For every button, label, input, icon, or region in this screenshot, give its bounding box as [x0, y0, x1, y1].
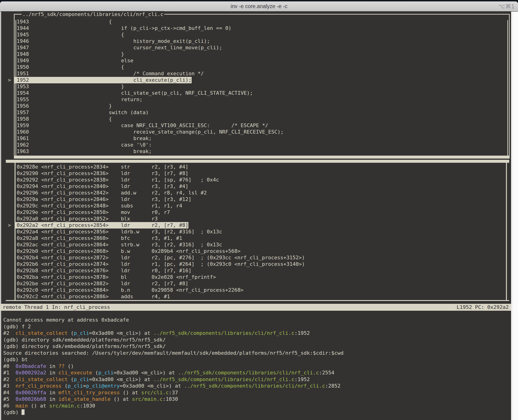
- source-line-number: 1961: [15, 135, 72, 142]
- source-line: 1954 cli_state_set(p_cli, NRF_CLI_STATE_…: [15, 90, 253, 96]
- gdb-prompt-line[interactable]: (gdb): [3, 409, 510, 416]
- console-text: (gdb) directory sdk/embedded/platforms/n…: [3, 337, 166, 343]
- source-line-code: /* Command execution */: [72, 70, 204, 77]
- source-line: 1956 }: [15, 103, 112, 109]
- console-text: cli_state_collect: [15, 376, 67, 382]
- console-text: =0x3ad00 <m_cli>) at: [89, 376, 154, 382]
- disasm-operands: r1, r1, r4: [152, 202, 182, 209]
- window-title: inv -e core.analyze -e -c: [230, 3, 287, 9]
- source-line: 1950 {: [15, 64, 124, 70]
- terminal-content[interactable]: ../nrf5_sdk/components/libraries/cli/nrf…: [0, 12, 518, 420]
- console-text: :1952: [294, 376, 310, 382]
- console-text: () at: [120, 390, 141, 396]
- disasm-address: 0x292c0 <nrf_cli_process+2884>: [17, 287, 121, 293]
- console-text: (gdb) directory sdk/embedded/platforms/n…: [3, 343, 166, 349]
- console-text: #1: [3, 370, 15, 375]
- disasm-operands: r3, [r3, #12]: [152, 196, 192, 202]
- disasm-operands: r2, [pc, #276] ; (0x293cc <nrf_cli_proce…: [152, 255, 305, 261]
- source-line-number: 1949: [15, 57, 72, 64]
- console-text: ??: [58, 363, 65, 369]
- disasm-panel-bottom-border: [6, 300, 509, 301]
- disasm-operands: r3, [r2, #316] ; 0x13c: [152, 229, 222, 235]
- console-text: (: [67, 330, 74, 336]
- source-line: 1946 history_mode_exit(p_cli);: [15, 38, 210, 45]
- disasm-line: 0x292a0 <nrf_cli_process+2852>blxr3: [15, 216, 158, 222]
- terminal-window: inv -e core.analyze -e -c ⌥⌘1 ../nrf5_sd…: [0, 1, 518, 420]
- disasm-operands: r3, #1, #1: [152, 235, 182, 241]
- console-line: #6 main () at src/main.c:1030: [3, 403, 510, 409]
- disasm-line: 0x2929a <nrf_cli_process+2846>ldrr3, [r3…: [15, 196, 192, 202]
- console-text: 0x00026b68: [15, 396, 46, 402]
- source-line-number: 1963: [15, 148, 72, 155]
- disasm-address: 0x2929a <nrf_cli_process+2846>: [17, 196, 121, 202]
- disasm-address: 0x292c2 <nrf_cli_process+2886>: [17, 293, 121, 300]
- disasm-line: 0x292be <nrf_cli_process+2882>ldrr2, [r7…: [15, 280, 188, 287]
- console-text: mflt_cli_try_process: [58, 390, 120, 396]
- disasm-mnemonic: ldr: [121, 255, 151, 261]
- disasm-line: 0x292ba <nrf_cli_process+2878>bl0x2e028 …: [15, 274, 216, 280]
- scrollbar-track[interactable]: [511, 12, 518, 420]
- console-text: in: [46, 396, 58, 402]
- disasm-address: 0x29296 <nrf_cli_process+2842>: [17, 190, 121, 196]
- console-text: Source directories searched: /Users/tyle…: [3, 350, 343, 356]
- source-line-code: {: [72, 19, 112, 25]
- console-text: p_cli: [74, 330, 89, 336]
- source-line-number: 1945: [15, 31, 72, 38]
- disasm-mnemonic: str: [121, 164, 151, 170]
- console-text: (gdb) bt: [3, 357, 28, 362]
- console-text: (: [62, 383, 68, 389]
- console-text: (gdb) f 2: [3, 324, 31, 330]
- disasm-line: >0x292a2 <nrf_cli_process+2854>ldrr2, [r…: [15, 222, 188, 229]
- console-text: #5: [3, 396, 15, 402]
- source-line: 1963 break;: [15, 148, 152, 155]
- console-text: Cannot access memory at address 0xbadcaf…: [3, 317, 129, 323]
- console-line: (gdb) f 2: [3, 323, 510, 330]
- gdb-console[interactable]: Cannot access memory at address 0xbadcaf…: [3, 317, 510, 416]
- console-text: ../nrf5_sdk/components/libraries/cli/nrf…: [154, 376, 294, 382]
- disasm-address: 0x292b6 <nrf_cli_process+2874>: [17, 261, 121, 267]
- source-line: 1961 break;: [15, 135, 152, 142]
- source-line-code: case NRF_CLI_VT100_ASCII_ESC: /* ESCAPE …: [72, 122, 268, 129]
- disasm-mnemonic: adds: [121, 293, 151, 300]
- disasm-address: 0x2929c <nrf_cli_process+2848>: [17, 202, 121, 209]
- console-text: ../nrf5_sdk/components/libraries/cli/nrf…: [184, 383, 325, 389]
- current-line-marker: >: [8, 77, 11, 83]
- disasm-address: 0x292b4 <nrf_cli_process+2872>: [17, 255, 121, 261]
- disasm-line: 0x29292 <nrf_cli_process+2838>ldrr1, [sp…: [15, 177, 219, 183]
- disasm-mnemonic: mov: [121, 209, 151, 216]
- console-text: cli_state_collect: [15, 330, 67, 336]
- disasm-operands: r2, [r7, #8]: [152, 222, 188, 229]
- console-text: in: [46, 370, 58, 375]
- source-line-number: 1948: [15, 51, 72, 57]
- disasm-operands: r1, [sp, #76] ; 0x4c: [152, 177, 219, 183]
- disasm-address: 0x2928e <nrf_cli_process+2834>: [17, 164, 121, 170]
- console-text: 0x00026ffa: [15, 390, 46, 396]
- console-text: :1952: [294, 330, 310, 336]
- console-text: () at: [28, 403, 49, 409]
- disasm-line: 0x292a8 <nrf_cli_process+2860>bfcr3, #1,…: [15, 235, 182, 241]
- source-line-code: cli_state_set(p_cli, NRF_CLI_STATE_ACTIV…: [72, 90, 253, 96]
- disasm-line: 0x292ac <nrf_cli_process+2864>strb.wr3, …: [15, 241, 222, 248]
- console-text: in: [46, 390, 58, 396]
- window-titlebar: inv -e core.analyze -e -c ⌥⌘1: [0, 1, 518, 11]
- disasm-panel: 0x2928e <nrf_cli_process+2834>strr2, [r3…: [15, 163, 507, 300]
- source-line-number: 1946: [15, 38, 72, 45]
- source-line-code: case '\0':: [72, 142, 152, 148]
- source-line: 1949 else: [15, 57, 133, 64]
- console-text: nrf_cli_process: [15, 383, 62, 389]
- console-text: :1030: [80, 403, 95, 409]
- disasm-operands: r0, [r7, #16]: [152, 267, 192, 274]
- terminal-cursor[interactable]: [22, 409, 24, 415]
- source-line-code: receive_state_change(p_cli, NRF_CLI_RECE…: [72, 129, 283, 135]
- disasm-operands: 0x29058 <nrf_cli_process+2268>: [152, 287, 244, 293]
- source-line: >1952 cli_execute(p_cli);: [15, 77, 192, 83]
- console-text: =0x3ad00 <m_cli>) at: [114, 370, 178, 375]
- source-line-number: 1943: [15, 19, 72, 25]
- disasm-mnemonic: ldr: [121, 177, 151, 183]
- console-text: #0: [3, 363, 15, 369]
- disasm-address: 0x29294 <nrf_cli_process+2840>: [17, 183, 121, 190]
- disasm-mnemonic: ldr: [121, 183, 151, 190]
- disasm-address: 0x292a2 <nrf_cli_process+2854>: [17, 222, 121, 229]
- console-text: 0x000292a2: [15, 370, 46, 375]
- source-panel-title: ../nrf5_sdk/components/libraries/cli/nrf…: [22, 11, 164, 18]
